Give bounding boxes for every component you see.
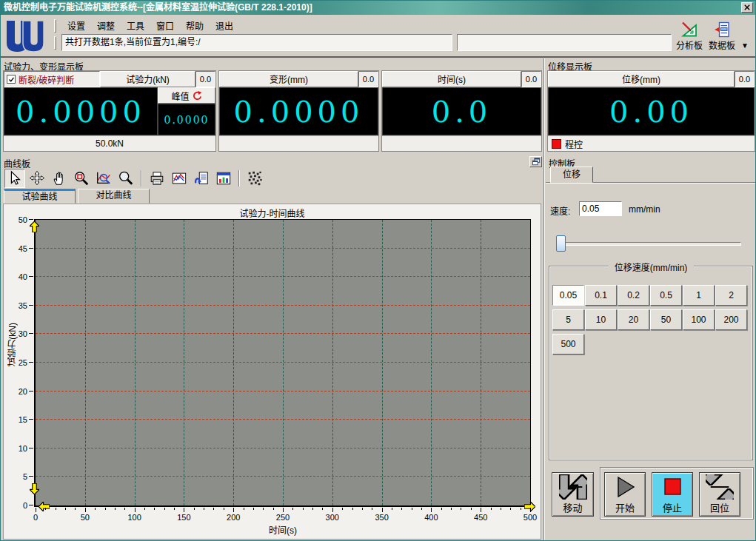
speed-button-20[interactable]: 20 bbox=[618, 309, 649, 330]
speed-button-500[interactable]: 500 bbox=[552, 334, 584, 354]
panel-restore-button[interactable] bbox=[529, 156, 542, 167]
position-channel-button[interactable]: 位移(mm) bbox=[548, 71, 735, 87]
tick-x minor bbox=[392, 508, 392, 510]
start-button[interactable]: 开始 bbox=[604, 472, 646, 517]
return-to-position-icon bbox=[706, 474, 734, 500]
move-button[interactable]: 移动 bbox=[552, 472, 594, 517]
speed-button-0.2[interactable]: 0.2 bbox=[618, 285, 649, 306]
panel-divider bbox=[543, 58, 545, 540]
speed-button-10[interactable]: 10 bbox=[585, 309, 617, 330]
chart-title: 试验力-时间曲线 bbox=[4, 206, 541, 219]
time-rate-value: 0.0 bbox=[521, 71, 541, 87]
stop-button[interactable]: 停止 bbox=[652, 472, 693, 517]
speed-button-0.5[interactable]: 0.5 bbox=[650, 285, 682, 306]
close-button[interactable] bbox=[741, 2, 753, 13]
move-tool-button[interactable] bbox=[27, 169, 47, 188]
menu-item-设置[interactable]: 设置 bbox=[61, 18, 91, 33]
chart-plot-area[interactable]: 0501001502002503003504004505000510152025… bbox=[34, 219, 531, 507]
peak-reset-icon[interactable] bbox=[193, 91, 202, 101]
tick-x bbox=[481, 508, 481, 512]
curve-export-tool-button[interactable] bbox=[169, 169, 190, 188]
analysis-board-button[interactable]: 分析板 bbox=[673, 21, 706, 51]
tick-x bbox=[184, 508, 184, 512]
tick-x minor bbox=[401, 508, 402, 510]
report-panel-tool-button[interactable] bbox=[213, 169, 234, 188]
speed-button-2[interactable]: 2 bbox=[715, 285, 747, 306]
tick-x bbox=[332, 508, 333, 512]
zoom-curve-icon bbox=[96, 170, 112, 187]
speed-button-50[interactable]: 50 bbox=[650, 309, 682, 330]
toolbar-separator bbox=[238, 170, 240, 187]
speed-input[interactable] bbox=[579, 201, 622, 216]
speed-button-0.1[interactable]: 0.1 bbox=[585, 285, 617, 306]
data-board-button[interactable]: 数据板 bbox=[706, 21, 738, 51]
tick-x minor bbox=[105, 508, 106, 510]
speed-slider-track[interactable] bbox=[558, 242, 741, 246]
x-axis-origin-marker[interactable] bbox=[39, 502, 50, 511]
report-panel-icon bbox=[215, 170, 232, 187]
menu-item-工具[interactable]: 工具 bbox=[121, 18, 150, 33]
tab-displacement[interactable]: 位移 bbox=[550, 167, 593, 183]
status-field[interactable]: 共打开数据1条,当前位置为1,编号:/ bbox=[61, 34, 452, 51]
app-logo-icon bbox=[5, 19, 45, 53]
data-board-label: 数据板 bbox=[709, 41, 735, 51]
y-axis-bottom-marker[interactable] bbox=[30, 483, 39, 494]
time-channel-button[interactable]: 时间(s) bbox=[382, 71, 521, 87]
curve-tab[interactable]: 对比曲线 bbox=[78, 189, 150, 204]
grid-v bbox=[184, 220, 184, 505]
tick-x minor bbox=[115, 508, 116, 510]
menu-item-窗口[interactable]: 窗口 bbox=[150, 18, 180, 33]
magnifier-icon bbox=[118, 170, 134, 187]
tick-y bbox=[29, 219, 33, 220]
speed-slider-thumb[interactable] bbox=[556, 235, 566, 252]
play-icon bbox=[611, 474, 639, 500]
lbl-y: 45 bbox=[19, 244, 27, 253]
close-icon bbox=[744, 4, 750, 10]
grid-v bbox=[481, 220, 481, 505]
peak-label: 峰值 bbox=[171, 90, 189, 102]
break-judge-checkbox[interactable]: 断裂/破碎判断 bbox=[4, 71, 100, 87]
speed-button-100[interactable]: 100 bbox=[683, 309, 715, 330]
dot-matrix-tool-button[interactable] bbox=[244, 169, 265, 188]
deform-display-group: 变形(mm) 0.0 0.0000 bbox=[218, 70, 379, 152]
tick-y bbox=[29, 305, 33, 306]
toolbar-overflow-chevron[interactable]: ▼ bbox=[741, 41, 749, 50]
menu-item-调整[interactable]: 调整 bbox=[91, 18, 121, 33]
menu-item-退出[interactable]: 退出 bbox=[210, 18, 239, 33]
tick-x bbox=[431, 508, 432, 512]
zoom-curve-tool-button[interactable] bbox=[93, 169, 114, 188]
move-button-label: 移动 bbox=[563, 500, 582, 514]
grid-h bbox=[36, 248, 530, 249]
move-updown-icon bbox=[559, 474, 587, 500]
zoom-region-tool-button[interactable] bbox=[71, 169, 92, 188]
speed-button-1[interactable]: 1 bbox=[683, 285, 715, 306]
menu-item-帮助[interactable]: 帮助 bbox=[180, 18, 210, 33]
magnifier-tool-button[interactable] bbox=[116, 169, 136, 188]
lbl-x: 150 bbox=[177, 513, 190, 522]
force-channel-button[interactable]: 试验力(kN) bbox=[100, 71, 195, 87]
grid-v bbox=[135, 220, 136, 505]
cursor-tool-button[interactable] bbox=[4, 169, 25, 188]
home-button-label: 回位 bbox=[710, 500, 729, 514]
program-control-label: 程控 bbox=[565, 138, 583, 150]
data-export-tool-button[interactable] bbox=[191, 169, 212, 188]
curve-tab[interactable]: 试验曲线 bbox=[4, 189, 76, 204]
y-axis-top-marker[interactable] bbox=[30, 221, 39, 232]
speed-button-0.05[interactable]: 0.05 bbox=[552, 285, 584, 306]
home-button[interactable]: 回位 bbox=[699, 472, 740, 517]
speed-button-5[interactable]: 5 bbox=[552, 309, 584, 330]
tick-x minor bbox=[75, 508, 76, 510]
speed-preset-group: 位移速度(mm/min) 0.050.10.20.512510205010020… bbox=[549, 266, 753, 460]
print-tool-button[interactable] bbox=[147, 169, 167, 188]
cursor-icon bbox=[7, 170, 23, 187]
lbl-x: 50 bbox=[81, 513, 90, 522]
titlebar[interactable]: 微机控制电子万能试验机测控系统--[金属材料室温拉伸试验(GB/T 228.1-… bbox=[1, 1, 755, 15]
speed-button-200[interactable]: 200 bbox=[715, 309, 747, 330]
hand-tool-button[interactable] bbox=[49, 169, 70, 188]
aux-status-field[interactable] bbox=[457, 34, 672, 51]
deform-channel-button[interactable]: 变形(mm) bbox=[219, 71, 358, 87]
deform-rate-value: 0.0 bbox=[358, 71, 378, 87]
grid-h bbox=[36, 276, 530, 277]
tick-x minor bbox=[461, 508, 461, 510]
tick-x minor bbox=[213, 508, 214, 510]
